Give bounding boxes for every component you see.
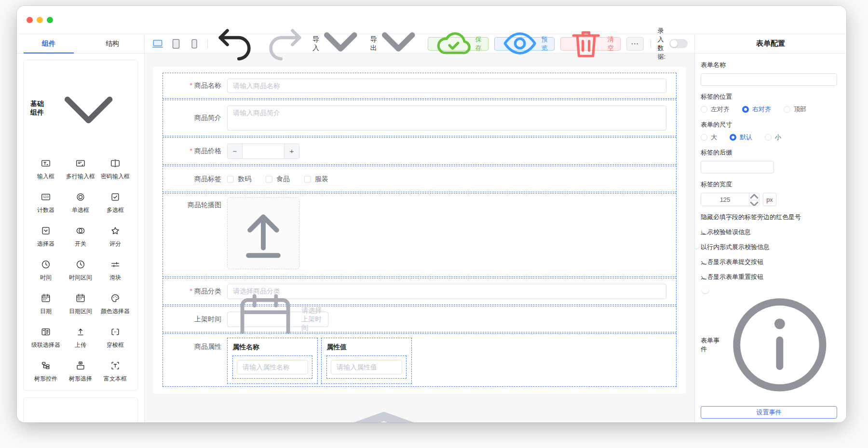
close-window-button[interactable] — [27, 17, 33, 23]
stepper-increase-button[interactable]: + — [284, 144, 299, 158]
component-item[interactable]: 多行输入框 — [63, 152, 98, 186]
form-field-product-tags[interactable]: 商品标签 数码 食品 服装 — [163, 166, 677, 192]
radio-size-large[interactable]: 大 — [701, 133, 717, 142]
phone-view-button[interactable] — [188, 38, 201, 50]
subform-cell[interactable] — [326, 356, 407, 379]
checkbox-digital[interactable]: 数码 — [227, 175, 251, 184]
label-width-group: 标签的宽度 px — [701, 180, 837, 206]
component-item[interactable]: 树形选择 — [63, 355, 98, 388]
label-width-value[interactable] — [701, 193, 749, 206]
subform-cell[interactable] — [232, 356, 312, 379]
component-item[interactable]: 多选框 — [98, 186, 133, 220]
attr-value-input[interactable] — [331, 360, 402, 374]
form-name-input[interactable] — [701, 73, 837, 86]
form-field-launch-time[interactable]: 上架时间 请选择上架时间 — [163, 306, 677, 332]
label-width-number-input — [701, 193, 760, 206]
form-field-product-price[interactable]: *商品价格 − + — [163, 137, 677, 165]
save-button[interactable]: 保存 — [428, 37, 488, 51]
radio-align-left[interactable]: 左对齐 — [701, 105, 730, 114]
form-field-product-intro[interactable]: 商品简介 — [163, 100, 677, 136]
component-icon — [110, 326, 121, 338]
component-item[interactable]: 评分 — [98, 220, 133, 253]
image-upload-dropzone[interactable] — [227, 197, 299, 269]
component-item[interactable]: 穿梭框 — [98, 321, 133, 355]
required-mark: * — [190, 287, 192, 295]
component-item[interactable]: 日期区间 — [63, 287, 98, 321]
component-item[interactable]: 滑块 — [98, 253, 133, 287]
component-item[interactable]: 日期 — [28, 287, 63, 321]
tab-structure[interactable]: 结构 — [81, 34, 144, 53]
basic-components-grid: 输入框 多行输入框 密码输入框 123 计数器 — [28, 152, 133, 388]
component-item[interactable]: 颜色选择器 — [98, 287, 133, 321]
minimize-window-button[interactable] — [37, 17, 43, 23]
tablet-icon — [170, 38, 182, 50]
radio-size-small[interactable]: 小 — [765, 133, 781, 142]
launch-time-datepicker[interactable]: 请选择上架时间 — [227, 312, 328, 327]
component-item[interactable]: 时间 — [28, 253, 63, 287]
component-item[interactable]: 树形控件 — [28, 355, 63, 388]
radio-icon — [742, 106, 749, 113]
subform-column-attr-name[interactable]: 属性名称 — [227, 338, 318, 384]
form-event-group: 表单事件 设置事件 — [701, 288, 837, 419]
radio-align-right[interactable]: 右对齐 — [742, 105, 771, 114]
desktop-view-button[interactable] — [151, 38, 164, 50]
more-actions-button[interactable]: ··· — [626, 37, 644, 51]
radio-align-top[interactable]: 顶部 — [784, 105, 806, 114]
record-data-toggle[interactable] — [669, 39, 688, 48]
tablet-view-button[interactable] — [170, 38, 182, 50]
export-label: 导出 — [370, 35, 377, 53]
spinner-down-button[interactable] — [749, 200, 759, 206]
component-icon — [110, 259, 121, 270]
component-icon — [75, 191, 86, 203]
component-item[interactable]: 选择器 — [28, 220, 63, 253]
product-intro-textarea[interactable] — [227, 105, 666, 131]
checkbox-clothing[interactable]: 服装 — [304, 175, 328, 184]
upload-icon — [228, 198, 299, 269]
form-canvas[interactable]: *商品名称 商品简介 *商品价格 − — [145, 53, 694, 422]
radio-icon — [765, 134, 772, 141]
designer-toolbar: 导入 导出 保存 预览 清空 ··· 录入数据: — [145, 34, 694, 53]
attr-name-input[interactable] — [237, 360, 308, 374]
section-subform-header[interactable]: 子表单组件 — [28, 404, 133, 422]
set-event-button[interactable]: 设置事件 — [701, 406, 837, 419]
section-basic-header[interactable]: 基础组件 — [28, 66, 133, 152]
price-input[interactable] — [243, 144, 284, 158]
label-suffix-input[interactable] — [701, 161, 774, 173]
field-label: 商品简介 — [163, 114, 227, 122]
form-field-product-carousel[interactable]: 商品轮播图 — [163, 193, 677, 277]
toggle-label: 显示校验错误信息 — [701, 228, 837, 237]
checkbox-food[interactable]: 食品 — [266, 175, 290, 184]
product-name-input[interactable] — [227, 79, 666, 93]
component-icon — [75, 225, 86, 237]
form-size-radio-group: 大 默认 小 — [701, 133, 837, 142]
component-label: 滑块 — [109, 274, 121, 282]
form-field-product-name[interactable]: *商品名称 — [163, 73, 677, 99]
preview-button[interactable]: 预览 — [494, 37, 555, 51]
component-item[interactable]: 级联选择器 — [28, 321, 63, 355]
device-switcher — [151, 38, 201, 50]
subform-column-attr-value[interactable]: 属性值 — [321, 338, 412, 384]
zoom-window-button[interactable] — [47, 17, 53, 23]
component-item[interactable]: 单选框 — [63, 186, 98, 220]
svg-text:123: 123 — [43, 196, 49, 199]
spinner-up-button[interactable] — [749, 193, 759, 200]
radio-size-default[interactable]: 默认 — [730, 133, 752, 142]
form-field-product-attributes[interactable]: 商品属性 属性名称 属性值 — [163, 333, 677, 387]
component-item[interactable]: 时间区间 — [63, 253, 98, 287]
component-label: 多行输入框 — [66, 172, 95, 181]
component-icon — [75, 259, 86, 270]
component-icon — [41, 259, 51, 270]
designer-main: 导入 导出 保存 预览 清空 ··· 录入数据: *商品名称 — [145, 34, 694, 422]
component-item[interactable]: 输入框 — [28, 152, 63, 186]
tab-components[interactable]: 组件 — [17, 34, 81, 53]
component-item[interactable]: 密码输入框 — [98, 152, 133, 186]
component-item[interactable]: 上传 — [63, 321, 98, 355]
info-circle-icon — [722, 288, 837, 402]
component-item[interactable]: 开关 — [63, 220, 98, 253]
clear-button[interactable]: 清空 — [560, 37, 621, 51]
component-item[interactable]: 123 计数器 — [28, 186, 63, 220]
component-icon — [75, 158, 86, 169]
component-icon — [41, 225, 51, 237]
component-item[interactable]: 富文本框 — [98, 355, 133, 388]
stepper-decrease-button[interactable]: − — [228, 144, 243, 158]
